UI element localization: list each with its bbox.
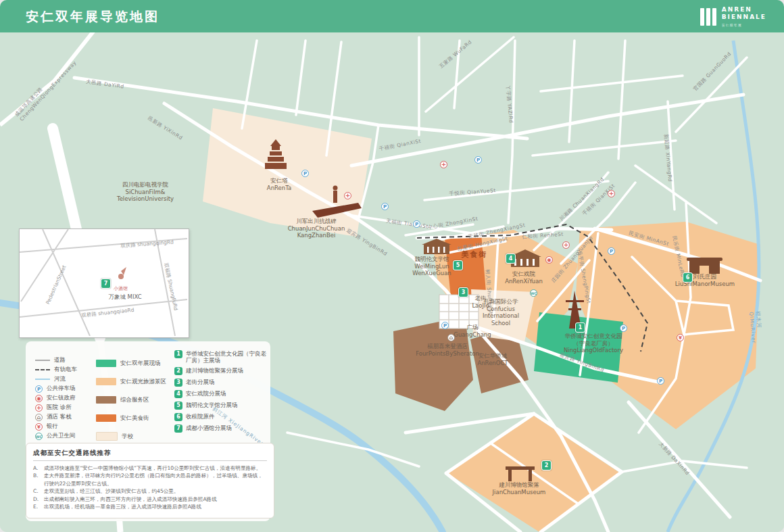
venue-marker-6: 6 bbox=[683, 272, 693, 283]
venue-label: 魏明伦文学馆分展场 bbox=[186, 402, 238, 408]
parking-marker: P bbox=[441, 322, 449, 329]
legend-label: 医院 诊所 bbox=[47, 404, 72, 412]
venue-label: 安仁戏院分展场 bbox=[186, 390, 226, 397]
place-anren-oct: 安仁华侨城 AnRenOCT bbox=[465, 352, 520, 366]
place-anren-theater: 安仁戏院 AnRenXiYuan bbox=[495, 270, 553, 285]
venue-marker-4: 4 bbox=[506, 253, 516, 264]
legend-label: 有轨电车 bbox=[54, 366, 77, 374]
legend-symbols: 道路 有轨电车 河流 P公共停车场 ◉安仁镇政府 +医院 诊所 ⌂酒店 客栈 ¥… bbox=[35, 356, 97, 441]
venue-label: 建川博物馆聚落分展场 bbox=[186, 367, 243, 374]
legend-label: 安仁双年展现场 bbox=[120, 360, 161, 368]
parking-marker: P bbox=[620, 324, 627, 332]
hotel-marker: ⌂ bbox=[447, 334, 455, 341]
legend-label: 河流 bbox=[54, 375, 66, 383]
transport-recommendations-card: 成都至安仁交通路线推荐 A.成温邛快速路至“安仁—中国博物馆小镇”下高速，再行1… bbox=[26, 443, 274, 518]
zone-swatch-tourism bbox=[96, 378, 116, 385]
toilet-icon: WC bbox=[35, 433, 43, 440]
venue-marker-1: 1 bbox=[575, 322, 585, 333]
parking-marker: P bbox=[301, 170, 309, 177]
place-anren-pagoda: 安仁塔 AnRenTa bbox=[253, 177, 305, 191]
hospital-marker: + bbox=[562, 241, 570, 249]
venue-num-icon: 6 bbox=[174, 413, 182, 421]
venue-label: 成都小酒馆分展场 bbox=[186, 425, 232, 431]
legend-label: 安仁观光旅游景区 bbox=[120, 378, 166, 386]
legend-venues: 1华侨城安仁创意文化园（宁良老厂房）主展场 2建川博物馆聚落分展场 3老街分展场… bbox=[174, 350, 268, 436]
place-confucius-school: 孔裔国际公学 Confucius International School bbox=[473, 298, 529, 327]
venue-num-icon: 7 bbox=[174, 425, 182, 433]
government-icon: ◉ bbox=[35, 395, 43, 402]
logo-bars-icon bbox=[700, 8, 716, 26]
transport-route: D.出成都南站驶入南三环，向西三环方向行驶，进入成温邛快速路后参照A路线 bbox=[33, 495, 267, 503]
page-title: 安仁双年展导览地图 bbox=[26, 0, 160, 32]
hotel-icon: ⌂ bbox=[35, 414, 43, 421]
venue-num-icon: 1 bbox=[174, 350, 182, 358]
place-ningliang-factory: 华侨城安仁创意文化园 （宁良老厂房） NingLiangOldFactory bbox=[545, 333, 642, 354]
parking-marker: P bbox=[413, 220, 420, 228]
legend-label: 安仁美食街 bbox=[120, 414, 149, 422]
hospital-marker: + bbox=[440, 161, 447, 168]
transport-route: B.走大件路至新津，往邛崃方向行约2公里右拐（路口有指向大邑县的路标），过羊场镇… bbox=[33, 472, 267, 487]
parking-marker: P bbox=[474, 156, 482, 164]
river-line-icon bbox=[35, 379, 50, 380]
place-food-street: 美食街 bbox=[457, 250, 492, 260]
bank-marker: ¥ bbox=[677, 334, 684, 341]
parking-marker: P bbox=[608, 247, 615, 255]
hospital-marker: + bbox=[608, 190, 615, 197]
place-film-university: 四川电影电视学院 SiChuanFilm& TelevisionUniversi… bbox=[98, 181, 193, 203]
venue-label: 收租院原件 bbox=[186, 413, 215, 420]
place-liushi-manor: 刘氏庄园 LiuShiManorMuseum bbox=[662, 273, 748, 287]
legend-label: 酒店 客栈 bbox=[47, 413, 72, 421]
legend-label: 安仁镇政府 bbox=[47, 394, 76, 402]
venue-marker-2: 2 bbox=[541, 460, 552, 470]
parking-icon: P bbox=[35, 385, 43, 393]
legend-label: 学校 bbox=[122, 433, 133, 441]
venue-num-icon: 3 bbox=[174, 379, 182, 387]
legend-label: 综合服务区 bbox=[120, 396, 149, 404]
venue-marker-7: 7 bbox=[101, 279, 111, 289]
toilet-marker: WC bbox=[530, 289, 537, 297]
parking-marker: P bbox=[657, 377, 664, 385]
transport-title: 成都至安仁交通路线推荐 bbox=[33, 449, 267, 461]
place-jianchuan-museum: 建川博物馆聚落 JianChuanMuseum bbox=[477, 481, 561, 495]
zone-swatch-service bbox=[96, 396, 116, 404]
logo-line1: ANREN bbox=[722, 6, 752, 13]
zone-swatch-biennale bbox=[96, 360, 116, 367]
venue-num-icon: 2 bbox=[174, 367, 182, 375]
venue-marker-5: 5 bbox=[453, 260, 463, 270]
legend-label: 银行 bbox=[47, 422, 58, 431]
header-bar: 安仁双年展导览地图 ANREN BIENNALE 安仁双年展 bbox=[0, 0, 784, 32]
zone-swatch-school bbox=[96, 432, 118, 441]
venue-label: 华侨城安仁创意文化园（宁良老厂房）主展场 bbox=[186, 350, 268, 364]
parking-marker: P bbox=[381, 203, 389, 210]
inset-littlebar-label: 小酒馆 bbox=[114, 285, 128, 292]
legend-label: 公共卫生间 bbox=[47, 432, 76, 440]
venue-num-icon: 5 bbox=[174, 402, 182, 410]
legend-label: 道路 bbox=[54, 356, 66, 364]
venue-marker-3: 3 bbox=[458, 287, 468, 297]
place-plaza: 广场 GuangChang bbox=[450, 324, 495, 338]
hospital-icon: + bbox=[35, 404, 43, 412]
little-bar-icon bbox=[118, 267, 126, 279]
hospital-marker: + bbox=[344, 192, 351, 199]
logo-subtitle: 安仁双年展 bbox=[722, 23, 742, 27]
river-label-qimu: 桤木河 QiMuRiver bbox=[748, 311, 764, 344]
zone-swatch-food bbox=[96, 414, 116, 422]
liushi-manor-gate-icon bbox=[687, 258, 722, 274]
place-kangzhan-monument: 川军出川抗战碑 ChuanJunChuChuan KangZhanBei bbox=[269, 218, 364, 239]
transport-route: C.走双流至彭镇，经三江镇、沙渠镇到安仁古镇，约45公里。 bbox=[33, 487, 267, 495]
anren-biennale-logo: ANREN BIENNALE 安仁双年展 bbox=[700, 6, 766, 28]
transport-route: E.出双流机场，经机场路—草金路三段，进入成温邛快速路后参照A路线 bbox=[33, 503, 267, 510]
road-line-icon bbox=[35, 360, 50, 361]
anren-biennale-guide-map: 安仁双年展导览地图 ANREN BIENNALE 安仁双年展 双庆路 shuan… bbox=[0, 0, 784, 532]
government-marker: ◉ bbox=[545, 256, 553, 264]
transport-route: A.成温邛快速路至“安仁—中国博物馆小镇”下高速，再行10公里即到安仁古镇，沿途… bbox=[33, 464, 267, 472]
venue-num-icon: 4 bbox=[174, 390, 182, 398]
inset-mixc-label: 万象城 MIXC bbox=[101, 293, 149, 301]
logo-line2: BIENNALE bbox=[722, 14, 766, 20]
legend-zones: 安仁双年展现场 安仁观光旅游景区 综合服务区 安仁美食街 学校 bbox=[96, 354, 172, 445]
bank-icon: ¥ bbox=[35, 423, 43, 431]
venue-label: 老街分展场 bbox=[186, 379, 215, 385]
legend-label: 公共停车场 bbox=[47, 385, 76, 393]
tram-line-icon bbox=[35, 369, 50, 370]
